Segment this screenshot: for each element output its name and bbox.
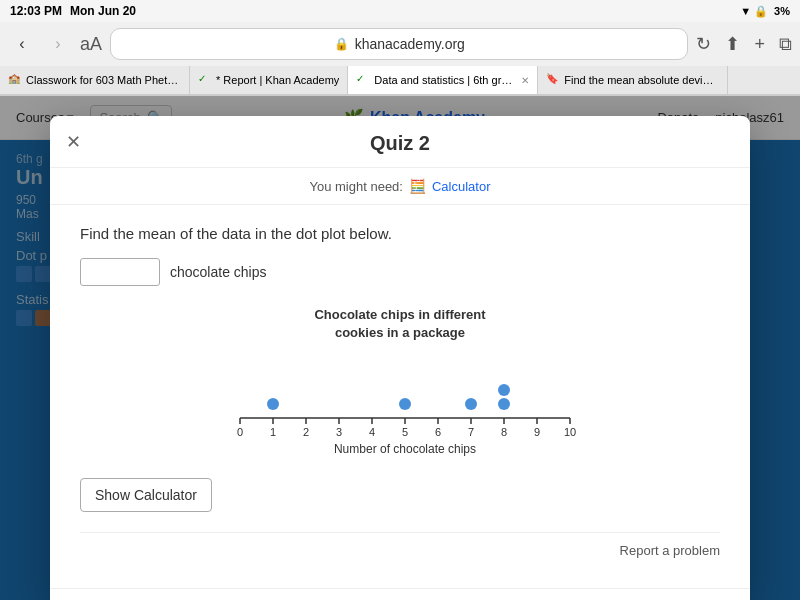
calculator-icon: 🧮 <box>409 178 426 194</box>
answer-row: chocolate chips <box>80 258 720 286</box>
wifi-icon: ▼ 🔒 <box>740 5 768 18</box>
might-need-bar: You might need: 🧮 Calculator <box>50 168 750 205</box>
svg-text:8: 8 <box>501 426 507 438</box>
tab-1-title: Classwork for 603 Math Phettep... <box>26 74 181 86</box>
quiz-modal: ✕ Quiz 2 You might need: 🧮 Calculator Fi… <box>50 116 750 600</box>
tab-4[interactable]: 🔖 Find the mean absolute deviatio... <box>538 66 728 94</box>
divider <box>80 532 720 533</box>
reload-button[interactable]: ↻ <box>696 33 711 55</box>
status-left: 12:03 PM Mon Jun 20 <box>10 4 136 18</box>
dot-plot-title: Chocolate chips in different cookies in … <box>80 306 720 342</box>
tab-1[interactable]: 🏫 Classwork for 603 Math Phettep... <box>0 66 190 94</box>
svg-point-23 <box>267 398 279 410</box>
browser-chrome: ‹ › aA 🔒 khanacademy.org ↻ ⬆ + ⧉ 🏫 Class… <box>0 22 800 96</box>
modal-overlay: ✕ Quiz 2 You might need: 🧮 Calculator Fi… <box>0 96 800 600</box>
svg-text:3: 3 <box>336 426 342 438</box>
svg-text:7: 7 <box>468 426 474 438</box>
tab-3[interactable]: ✓ Data and statistics | 6th grade |... ✕ <box>348 66 538 94</box>
tab-1-favicon: 🏫 <box>8 73 22 87</box>
dot-plot-container: Chocolate chips in different cookies in … <box>80 306 720 458</box>
tab-4-favicon: 🔖 <box>546 73 560 87</box>
svg-point-26 <box>498 398 510 410</box>
dot-plot-svg: 0 1 2 3 4 5 6 <box>210 348 590 458</box>
status-bar: 12:03 PM Mon Jun 20 ▼ 🔒 3% <box>0 0 800 22</box>
share-button[interactable]: ⬆ <box>725 33 740 55</box>
svg-text:5: 5 <box>402 426 408 438</box>
forward-button[interactable]: › <box>44 30 72 58</box>
battery-level: 3% <box>774 5 790 17</box>
new-tab-button[interactable]: + <box>754 34 765 55</box>
report-problem-link[interactable]: Report a problem <box>620 543 720 558</box>
svg-text:4: 4 <box>369 426 375 438</box>
modal-header: ✕ Quiz 2 <box>50 116 750 168</box>
lock-icon: 🔒 <box>334 37 349 51</box>
url-display: khanacademy.org <box>355 36 465 52</box>
svg-text:Number of chocolate chips: Number of chocolate chips <box>334 442 476 456</box>
browser-toolbar: ‹ › aA 🔒 khanacademy.org ↻ ⬆ + ⧉ <box>0 22 800 66</box>
svg-text:2: 2 <box>303 426 309 438</box>
svg-text:6: 6 <box>435 426 441 438</box>
time: 12:03 PM <box>10 4 62 18</box>
close-button[interactable]: ✕ <box>66 133 81 151</box>
svg-point-27 <box>498 384 510 396</box>
reader-mode-button[interactable]: aA <box>80 34 102 55</box>
tab-4-title: Find the mean absolute deviatio... <box>564 74 719 86</box>
tab-3-favicon: ✓ <box>356 73 370 87</box>
status-right: ▼ 🔒 3% <box>740 5 790 18</box>
back-button[interactable]: ‹ <box>8 30 36 58</box>
svg-text:10: 10 <box>564 426 576 438</box>
tab-2[interactable]: ✓ * Report | Khan Academy <box>190 66 348 94</box>
toolbar-actions: ↻ ⬆ + ⧉ <box>696 33 792 55</box>
svg-point-24 <box>399 398 411 410</box>
page-background: Courses ▾ Search 🔍 🌿 Khan Academy Donate… <box>0 96 800 600</box>
date: Mon Jun 20 <box>70 4 136 18</box>
svg-text:0: 0 <box>237 426 243 438</box>
tab-3-close[interactable]: ✕ <box>521 75 529 86</box>
answer-unit: chocolate chips <box>170 264 267 280</box>
tab-2-favicon: ✓ <box>198 73 212 87</box>
svg-point-25 <box>465 398 477 410</box>
address-bar[interactable]: 🔒 khanacademy.org <box>110 28 688 60</box>
report-problem: Report a problem <box>80 543 720 568</box>
show-calculator-button[interactable]: Show Calculator <box>80 478 212 512</box>
tabs-button[interactable]: ⧉ <box>779 34 792 55</box>
calculator-link[interactable]: Calculator <box>432 179 491 194</box>
answer-input[interactable] <box>80 258 160 286</box>
svg-text:9: 9 <box>534 426 540 438</box>
svg-text:1: 1 <box>270 426 276 438</box>
modal-title: Quiz 2 <box>370 132 430 155</box>
modal-footer: ✏️ Do 5 problems Check <box>50 588 750 600</box>
browser-tabs: 🏫 Classwork for 603 Math Phettep... ✓ * … <box>0 66 800 95</box>
modal-body: Find the mean of the data in the dot plo… <box>50 205 750 588</box>
tab-2-title: * Report | Khan Academy <box>216 74 339 86</box>
tab-3-title: Data and statistics | 6th grade |... <box>374 74 517 86</box>
question-text: Find the mean of the data in the dot plo… <box>80 225 720 242</box>
